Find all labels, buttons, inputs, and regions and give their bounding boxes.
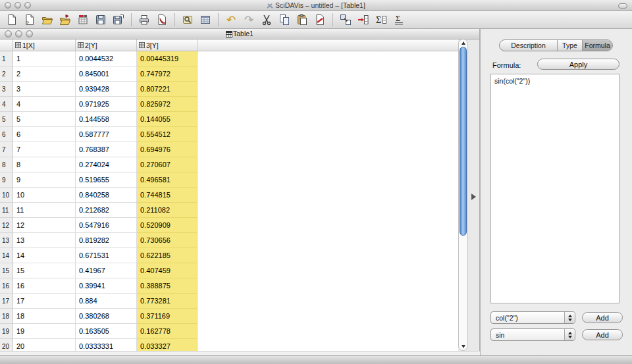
cell-col3-selected[interactable]: 0.033327 (137, 339, 198, 351)
row-number[interactable]: 5 (0, 112, 13, 127)
stepper-icon[interactable] (564, 329, 575, 340)
cell-col1[interactable]: 9 (13, 172, 76, 188)
main-titlebar[interactable]: SciDAVis – untitled – [Table1] (0, 0, 632, 11)
cell-col1[interactable]: 11 (13, 203, 76, 218)
row-number[interactable]: 4 (0, 97, 13, 112)
cell-col1[interactable]: 20 (13, 339, 76, 351)
cell-col1[interactable]: 18 (13, 309, 76, 324)
table1-titlebar[interactable]: Table1 (0, 29, 479, 39)
cell-col3-selected[interactable]: 0.807221 (137, 82, 198, 97)
cell-col3-selected[interactable]: 0.270607 (137, 157, 198, 172)
row-number[interactable]: 9 (0, 172, 13, 188)
open-project-icon[interactable] (40, 13, 55, 27)
cell-col2[interactable]: 0.0044532 (76, 51, 137, 66)
cell-col1[interactable]: 16 (13, 278, 76, 294)
redo-icon[interactable]: ↷ (242, 13, 256, 27)
cell-col2[interactable]: 0.274024 (76, 157, 137, 172)
save-template-icon[interactable] (111, 13, 126, 27)
cell-col2[interactable]: 0.768387 (76, 142, 137, 157)
cell-col2[interactable]: 0.163505 (76, 324, 137, 339)
cell-col3-selected[interactable]: 0.144055 (137, 112, 198, 127)
cell-col3-selected[interactable]: 0.554512 (137, 127, 198, 142)
cell-col2[interactable]: 0.41967 (76, 263, 137, 278)
column-header-1[interactable]: 1[X] (13, 39, 76, 51)
table-options-icon[interactable] (198, 13, 213, 27)
row-number[interactable]: 16 (0, 278, 13, 294)
cell-col1[interactable]: 3 (13, 82, 76, 97)
cell-col2[interactable]: 0.840258 (76, 188, 137, 203)
cell-col3-selected[interactable]: 0.371169 (137, 309, 198, 324)
cell-col1[interactable]: 13 (13, 233, 76, 248)
function-select[interactable]: sin (490, 328, 575, 341)
new-project-icon[interactable] (5, 13, 19, 27)
cell-col1[interactable]: 17 (13, 294, 76, 309)
paste-icon[interactable] (295, 13, 309, 27)
new-note-icon[interactable] (22, 13, 37, 27)
cell-col2[interactable]: 0.939428 (76, 82, 137, 97)
row-number[interactable]: 11 (0, 203, 13, 218)
cell-col1[interactable]: 10 (13, 188, 76, 203)
cell-col1[interactable]: 5 (13, 112, 76, 127)
cell-col2[interactable]: 0.0333331 (76, 339, 137, 351)
add-function-button[interactable]: Add (582, 329, 623, 340)
cell-col1[interactable]: 7 (13, 142, 76, 157)
arrange-layers-icon[interactable] (338, 13, 353, 27)
cell-col3-selected[interactable]: 0.773281 (137, 294, 198, 309)
row-number[interactable]: 20 (0, 339, 13, 351)
row-number[interactable]: 6 (0, 127, 13, 142)
formula-editor[interactable]: sin(col("2")) (490, 74, 619, 303)
cell-col2[interactable]: 0.971925 (76, 97, 137, 112)
cell-col1[interactable]: 4 (13, 97, 76, 112)
cell-col3-selected[interactable]: 0.744815 (137, 188, 198, 203)
undo-icon[interactable]: ↶ (224, 13, 238, 27)
table-corner-cell[interactable] (0, 39, 13, 51)
stepper-icon[interactable] (564, 312, 575, 323)
row-number[interactable]: 1 (0, 51, 13, 66)
print-preview-icon[interactable] (180, 13, 195, 27)
cell-col2[interactable]: 0.39941 (76, 278, 137, 294)
row-number[interactable]: 19 (0, 324, 13, 339)
scroll-down-icon[interactable] (461, 345, 465, 348)
scrollbar-thumb[interactable] (460, 47, 467, 236)
scroll-up-icon[interactable] (461, 41, 465, 45)
cut-icon[interactable] (259, 13, 274, 27)
panel-collapse-arrow-icon[interactable] (471, 194, 476, 200)
row-number[interactable]: 14 (0, 248, 13, 263)
new-table-icon[interactable] (76, 13, 90, 27)
cell-col1[interactable]: 15 (13, 263, 76, 278)
save-project-icon[interactable] (93, 13, 108, 27)
row-number[interactable]: 7 (0, 142, 13, 157)
cell-col2[interactable]: 0.671531 (76, 248, 137, 263)
cell-col3-selected[interactable]: 0.747972 (137, 66, 198, 82)
cell-col3-selected[interactable]: 0.825972 (137, 97, 198, 112)
row-number[interactable]: 2 (0, 66, 13, 82)
cell-col2[interactable]: 0.519655 (76, 172, 137, 188)
row-number[interactable]: 10 (0, 188, 13, 203)
row-number[interactable]: 15 (0, 263, 13, 278)
cell-col1[interactable]: 8 (13, 157, 76, 172)
cell-col3-selected[interactable]: 0.00445319 (137, 51, 198, 66)
cell-col1[interactable]: 12 (13, 218, 76, 233)
cell-col2[interactable]: 0.819282 (76, 233, 137, 248)
delete-icon[interactable] (313, 13, 327, 27)
cell-col3-selected[interactable]: 0.694976 (137, 142, 198, 157)
tab-type[interactable]: Type (558, 40, 583, 51)
cell-col1[interactable]: 2 (13, 66, 76, 82)
open-template-icon[interactable] (58, 13, 72, 27)
sum-column-icon[interactable]: Σ (374, 13, 388, 27)
cell-col3-selected[interactable]: 0.388875 (137, 278, 198, 294)
add-column-icon[interactable] (356, 13, 371, 27)
column-header-3[interactable]: 3[Y] (137, 39, 198, 51)
column-select[interactable]: col("2") (490, 311, 575, 324)
cell-col3-selected[interactable]: 0.211082 (137, 203, 198, 218)
cell-col2[interactable]: 0.884 (76, 294, 137, 309)
tab-formula[interactable]: Formula (583, 40, 612, 51)
cell-col1[interactable]: 19 (13, 324, 76, 339)
column-header-2[interactable]: 2[Y] (76, 39, 137, 51)
row-number[interactable]: 18 (0, 309, 13, 324)
cell-col3-selected[interactable]: 0.162778 (137, 324, 198, 339)
cell-col2[interactable]: 0.587777 (76, 127, 137, 142)
print-icon[interactable] (137, 13, 151, 27)
cell-col3-selected[interactable]: 0.622185 (137, 248, 198, 263)
cell-col2[interactable]: 0.845001 (76, 66, 137, 82)
